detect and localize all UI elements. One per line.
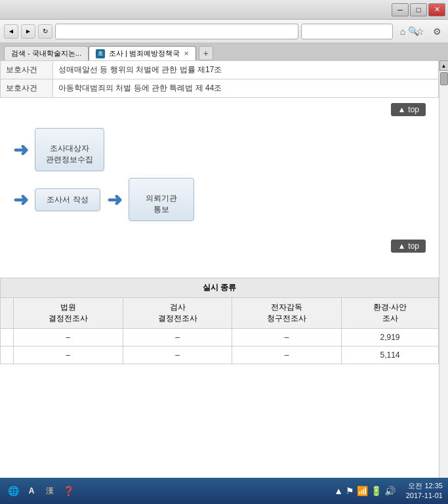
toolbar-icons: ⌂ ☆ ⚙	[396, 24, 444, 39]
stats-header-empty	[1, 298, 14, 329]
flow-box-2: 조사서 작성	[35, 188, 100, 211]
taskbar-arrow-icon[interactable]: ▲	[334, 486, 343, 496]
table-section: 보호사건 성매매알선 등 행위의 처벌에 관한 법률 제17조 보호사건 아동학…	[0, 60, 439, 98]
taskbar-a-icon[interactable]: A	[24, 483, 39, 499]
stats-section: 실시 종류 법원 결정전조사 검사 결정전조사 전자감독 청구전조사 환경·사안…	[0, 271, 439, 371]
stats-row1-idx	[1, 329, 14, 346]
flow-arrow-2: ➜	[13, 189, 28, 211]
stats-row1-c4: 2,919	[342, 329, 439, 346]
table-row: 보호사건 성매매알선 등 행위의 처벌에 관한 법률 제17조	[1, 61, 439, 79]
maximize-button[interactable]: □	[410, 3, 427, 16]
stats-col3-header: 전자감독 청구전조사	[232, 298, 342, 329]
top-button-1[interactable]: ▲ top	[391, 103, 426, 116]
scroll-thumb[interactable]	[440, 72, 448, 85]
taskbar-system-icons: ▲ ⚑ 📶 🔋 🔊	[334, 486, 396, 496]
tab-close-icon[interactable]: ✕	[184, 50, 189, 57]
table-row: 보호사건 아동학대범죄의 처벌 등에 관한 특례법 제 44조	[1, 79, 439, 98]
stats-row-1: – – – 2,919	[1, 329, 439, 346]
top-btn-container-2: ▲ top	[0, 234, 439, 258]
top-button-2[interactable]: ▲ top	[391, 240, 426, 253]
stats-row-2: – – – 5,114	[1, 346, 439, 364]
taskbar: 🌐 A 漢 ❓ ▲ ⚑ 📶 🔋 🔊 오전 12:35 2017-11-01	[0, 478, 448, 504]
stats-row2-idx	[1, 346, 14, 364]
top-arrow-icon: ▲	[397, 105, 405, 114]
taskbar-network-icon[interactable]: 📶	[357, 486, 368, 496]
flow-box-1: 조사대상자 관련정보수집	[35, 128, 104, 171]
tab-bar: 검색 - 국내학술지논... 조 조사 | 범죄예방정책국 ✕ +	[0, 43, 448, 60]
window-chrome: ─ □ ✕	[0, 0, 448, 20]
tab-favicon: 조	[96, 49, 105, 58]
tab-active[interactable]: 조 조사 | 범죄예방정책국 ✕	[89, 46, 196, 60]
stats-row1-c3: –	[232, 329, 342, 346]
search-input[interactable]	[302, 27, 408, 36]
stats-row1-c2: –	[123, 329, 232, 346]
taskbar-time-display: 오전 12:35 2017-11-01	[406, 481, 443, 501]
row2-label: 보호사건	[1, 79, 53, 98]
search-container: 🔍	[301, 24, 393, 39]
flow-box-3: 의뢰기관 통보	[129, 178, 194, 221]
stats-row2-c3: –	[232, 346, 342, 364]
minimize-button[interactable]: ─	[392, 3, 409, 16]
gear-icon[interactable]: ⚙	[430, 24, 444, 39]
taskbar-date: 2017-11-01	[406, 491, 443, 501]
stats-col2-header: 검사 결정전조사	[123, 298, 232, 329]
taskbar-globe-icon[interactable]: 🌐	[5, 483, 21, 499]
tab-search[interactable]: 검색 - 국내학술지논...	[4, 46, 89, 60]
row1-content: 성매매알선 등 행위의 처벌에 관한 법률 제17조	[53, 61, 439, 79]
refresh-button[interactable]: ↻	[38, 24, 52, 39]
top-arrow-icon-2: ▲	[397, 242, 405, 251]
flow-arrow-3: ➜	[107, 189, 122, 211]
stats-col4-header: 환경·사안 조사	[342, 298, 439, 329]
scrollbar-right[interactable]: ▲	[439, 60, 448, 478]
close-button[interactable]: ✕	[428, 3, 445, 16]
tab-new-button[interactable]: +	[199, 46, 213, 60]
address-bar-container	[55, 24, 298, 39]
top-btn-container-1: ▲ top	[0, 98, 439, 121]
stats-row2-c4: 5,114	[342, 346, 439, 364]
flow-row-2: ➜ 조사서 작성 ➜ 의뢰기관 통보	[13, 178, 426, 221]
content-area: 보호사건 성매매알선 등 행위의 처벌에 관한 법률 제17조 보호사건 아동학…	[0, 60, 439, 478]
stats-row2-c2: –	[123, 346, 232, 364]
row1-label: 보호사건	[1, 61, 53, 79]
taskbar-battery-icon[interactable]: 🔋	[371, 486, 382, 496]
taskbar-help-icon[interactable]: ❓	[60, 483, 76, 499]
scroll-up-arrow[interactable]: ▲	[439, 60, 449, 71]
browser-toolbar: ◄ ► ↻ 🔍 ⌂ ☆ ⚙	[0, 20, 448, 43]
flowchart-section: ➜ 조사대상자 관련정보수집 ➜ 조사서 작성 ➜ 의뢰기관 통보	[0, 121, 439, 234]
taskbar-time: 오전 12:35	[406, 481, 443, 491]
stats-table: 실시 종류 법원 결정전조사 검사 결정전조사 전자감독 청구전조사 환경·사안…	[0, 278, 439, 364]
stats-col1-header: 법원 결정전조사	[14, 298, 123, 329]
stats-title-row: 실시 종류	[1, 278, 439, 298]
flow-arrow-1: ➜	[13, 139, 28, 161]
data-table: 보호사건 성매매알선 등 행위의 처벌에 관한 법률 제17조 보호사건 아동학…	[0, 60, 439, 98]
spacer	[0, 258, 439, 271]
taskbar-han-icon[interactable]: 漢	[42, 483, 58, 499]
flow-row-1: ➜ 조사대상자 관련정보수집	[13, 128, 426, 171]
tab-search-label: 검색 - 국내학술지논...	[11, 49, 81, 58]
taskbar-volume-icon[interactable]: 🔊	[384, 486, 396, 496]
stats-row1-c1: –	[14, 329, 123, 346]
stats-header-row: 법원 결정전조사 검사 결정전조사 전자감독 청구전조사 환경·사안 조사	[1, 298, 439, 329]
home-icon[interactable]: ⌂	[396, 24, 410, 39]
stats-row2-c1: –	[14, 346, 123, 364]
stats-title: 실시 종류	[1, 278, 439, 298]
back-button[interactable]: ◄	[4, 24, 18, 39]
taskbar-flag-icon[interactable]: ⚑	[346, 486, 354, 496]
star-icon[interactable]: ☆	[413, 24, 427, 39]
tab-active-label: 조사 | 범죄예방정책국	[109, 49, 180, 58]
forward-button[interactable]: ►	[21, 24, 35, 39]
row2-content: 아동학대범죄의 처벌 등에 관한 특례법 제 44조	[53, 79, 439, 98]
address-input[interactable]	[56, 27, 298, 36]
